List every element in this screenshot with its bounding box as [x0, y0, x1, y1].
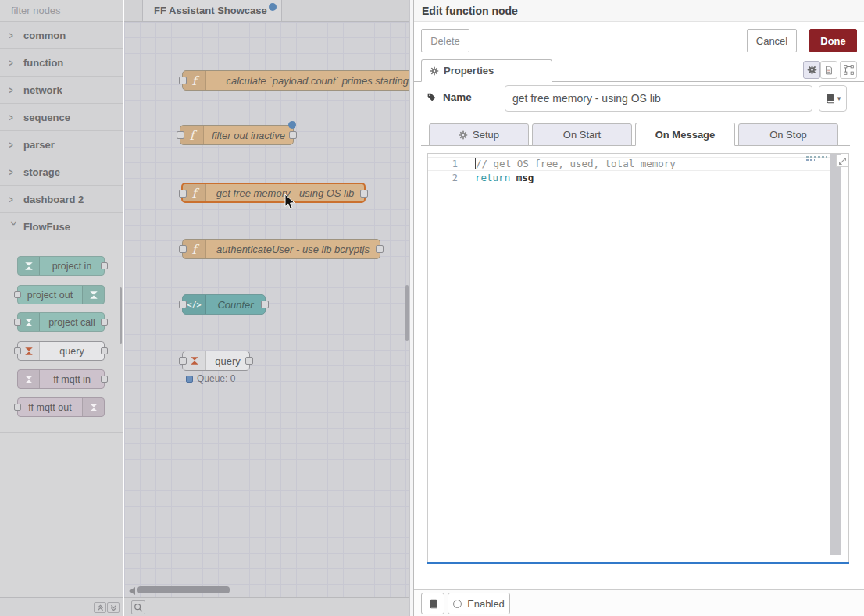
- delete-button[interactable]: Delete: [421, 29, 469, 52]
- tab-properties-label: Properties: [444, 65, 494, 77]
- palette-category-network[interactable]: >network: [0, 77, 123, 104]
- flow-node-query[interactable]: query: [182, 351, 250, 371]
- tab-setup[interactable]: Setup: [429, 123, 529, 146]
- output-port[interactable]: [101, 319, 108, 326]
- tab-label: On Message: [655, 129, 716, 141]
- vertical-scrollbar[interactable]: [405, 285, 409, 341]
- input-port[interactable]: [179, 357, 187, 365]
- chevron-right-icon: >: [9, 166, 20, 177]
- workspace-tab[interactable]: FF Assistant Showcase: [142, 0, 282, 22]
- scroll-left-arrow[interactable]: [129, 587, 135, 595]
- code-line: 2return msg: [428, 171, 848, 185]
- category-label: common: [23, 30, 66, 41]
- library-button[interactable]: [421, 593, 444, 614]
- flow-node-authenticate-user[interactable]: f authenticateUser - use lib bcryptjs: [182, 239, 380, 259]
- edit-properties-button[interactable]: [803, 61, 820, 79]
- palette-node-label: ff mqtt out: [18, 398, 82, 416]
- expand-editor-button[interactable]: [836, 155, 848, 167]
- document-icon: [824, 65, 834, 76]
- flow-node-counter[interactable]: </> Counter: [182, 294, 266, 315]
- flow-node-get-free-memory[interactable]: f get free memory - using OS lib: [181, 183, 366, 203]
- output-port[interactable]: [101, 262, 108, 269]
- gear-icon: [807, 65, 817, 75]
- palette-category-parser[interactable]: >parser: [0, 131, 123, 158]
- done-button[interactable]: Done: [809, 29, 857, 52]
- output-port[interactable]: [376, 245, 384, 253]
- output-port[interactable]: [261, 301, 269, 308]
- input-port[interactable]: [14, 291, 21, 298]
- input-port[interactable]: [179, 245, 187, 253]
- search-icon: [134, 603, 143, 612]
- palette-node-project-call[interactable]: project call: [17, 312, 105, 332]
- tray-tabrow: Properties: [414, 59, 864, 82]
- palette-node-ff-mqtt-out[interactable]: ff mqtt out: [17, 397, 105, 417]
- horizontal-scrollbar[interactable]: [137, 586, 230, 593]
- tab-label: On Start: [563, 129, 601, 141]
- output-port[interactable]: [245, 357, 253, 365]
- category-label: function: [23, 57, 63, 69]
- palette-node-ff-mqtt-in[interactable]: ff mqtt in: [17, 369, 105, 389]
- edit-description-button[interactable]: [820, 61, 837, 79]
- input-port[interactable]: [177, 131, 184, 139]
- enabled-label: Enabled: [467, 598, 505, 610]
- palette-scrollbar[interactable]: [120, 287, 122, 344]
- library-dropdown-button[interactable]: ▾: [819, 85, 847, 112]
- input-port[interactable]: [179, 301, 187, 308]
- name-input[interactable]: [505, 85, 812, 112]
- tab-on-stop[interactable]: On Stop: [738, 123, 838, 146]
- tab-on-message[interactable]: On Message: [635, 123, 735, 146]
- palette-node-project-out[interactable]: project out: [17, 285, 105, 304]
- input-port[interactable]: [179, 190, 187, 198]
- name-form-row: Name ▾: [414, 81, 864, 116]
- expand-all-button[interactable]: [107, 602, 120, 613]
- workspace-tabbar: FF Assistant Showcase: [124, 0, 409, 22]
- collapse-all-button[interactable]: [94, 602, 106, 613]
- input-port[interactable]: [14, 404, 21, 411]
- circle-icon: [453, 600, 462, 608]
- node-label: calculate `payload.count` primes startin…: [206, 71, 409, 90]
- canvas-footer: [124, 597, 409, 616]
- node-palette: >common >function >network >sequence >pa…: [0, 0, 123, 597]
- palette-category-common[interactable]: >common: [0, 22, 123, 49]
- search-flows-button[interactable]: [131, 600, 145, 614]
- node-status: Queue: 0: [186, 373, 235, 384]
- palette-node-project-in[interactable]: project in: [17, 256, 105, 276]
- flow-node-filter-out-inactive[interactable]: f filter out inactive: [180, 125, 294, 145]
- chevron-right-icon: >: [9, 112, 20, 123]
- palette-category-storage[interactable]: >storage: [0, 158, 123, 186]
- tab-on-start[interactable]: On Start: [532, 123, 632, 146]
- cancel-button[interactable]: Cancel: [747, 29, 797, 52]
- palette-node-query[interactable]: query: [17, 341, 105, 361]
- enabled-toggle-button[interactable]: Enabled: [448, 593, 510, 614]
- palette-footer: [0, 597, 123, 616]
- palette-category-sequence[interactable]: >sequence: [0, 104, 123, 131]
- editor-focus-line: [427, 562, 849, 564]
- flow-node-calculate-primes[interactable]: f calculate `payload.count` primes start…: [182, 70, 409, 91]
- input-port[interactable]: [179, 77, 187, 84]
- output-port[interactable]: [101, 376, 108, 383]
- category-label: FlowFuse: [23, 221, 70, 233]
- node-label: filter out inactive: [204, 126, 293, 144]
- line-number: 2: [428, 171, 475, 185]
- category-label: storage: [23, 166, 60, 178]
- line-number: 1: [428, 157, 475, 171]
- palette-category-function[interactable]: >function: [0, 49, 123, 77]
- node-label: Counter: [206, 295, 265, 314]
- output-port[interactable]: [360, 190, 368, 198]
- workspace-tab-label: FF Assistant Showcase: [154, 5, 267, 16]
- edit-appearance-button[interactable]: [840, 61, 857, 79]
- input-port[interactable]: [14, 319, 21, 326]
- output-port[interactable]: [289, 131, 297, 139]
- status-text: Queue: 0: [197, 373, 235, 384]
- input-port[interactable]: [14, 347, 21, 354]
- palette-category-flowfuse[interactable]: >FlowFuse: [0, 213, 123, 240]
- palette-node-label: project out: [18, 286, 82, 304]
- editor-scrollbar[interactable]: [830, 154, 841, 555]
- tab-properties[interactable]: Properties: [421, 59, 552, 82]
- workspace-area: FF Assistant Showcase f calculate `paylo…: [124, 0, 409, 616]
- mouse-cursor: [284, 194, 296, 211]
- flow-canvas[interactable]: f calculate `payload.count` primes start…: [124, 22, 409, 597]
- palette-category-dashboard2[interactable]: >dashboard 2: [0, 186, 123, 213]
- code-editor[interactable]: 1// get OS free, used, total memory 2ret…: [427, 153, 849, 562]
- output-port[interactable]: [101, 347, 108, 354]
